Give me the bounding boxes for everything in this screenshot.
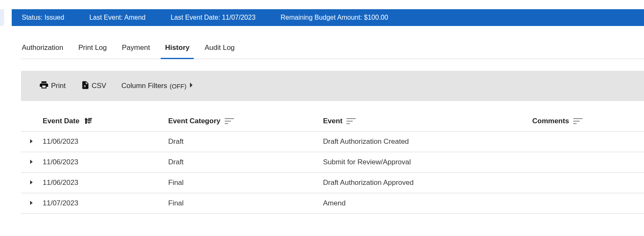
column-filters-toggle[interactable]: Column Filters (OFF)	[121, 82, 193, 90]
svg-rect-2	[88, 118, 92, 119]
cell-event: Submit for Review/Approval	[323, 152, 532, 173]
svg-marker-16	[30, 180, 33, 184]
table-header-row: Event Date Event Category	[21, 111, 644, 132]
svg-rect-5	[225, 118, 234, 119]
print-label: Print	[51, 82, 66, 90]
column-header-event[interactable]: Event	[323, 111, 532, 132]
column-header-event-category-label: Event Category	[168, 117, 221, 125]
toolbar: Print X CSV Column Filters (OFF)	[21, 71, 644, 101]
csv-button[interactable]: X CSV	[81, 80, 106, 92]
row-expander[interactable]	[29, 200, 33, 205]
cell-event-category: Final	[168, 193, 323, 214]
cell-event-category: Draft	[168, 132, 323, 152]
remaining-budget-value: $100.00	[364, 14, 388, 21]
column-header-event-label: Event	[323, 117, 342, 125]
svg-rect-10	[346, 123, 350, 124]
print-icon	[38, 80, 49, 92]
svg-rect-6	[225, 121, 231, 122]
table-row: 11/06/2023 Final Draft Authorization App…	[21, 173, 644, 193]
tab-print-log[interactable]: Print Log	[77, 39, 108, 59]
status-label: Status:	[22, 14, 43, 21]
column-header-event-date[interactable]: Event Date	[43, 111, 168, 132]
last-event-value: Amend	[124, 14, 146, 21]
cell-event-date: 11/06/2023	[43, 132, 168, 152]
cell-event: Amend	[323, 193, 532, 214]
column-header-event-category[interactable]: Event Category	[168, 111, 323, 132]
row-expander[interactable]	[29, 159, 33, 164]
chevron-right-icon	[189, 82, 193, 90]
tab-authorization[interactable]: Authorization	[21, 39, 64, 59]
cell-event-date: 11/07/2023	[43, 193, 168, 214]
cell-event-date: 11/06/2023	[43, 173, 168, 193]
column-header-event-date-label: Event Date	[43, 117, 80, 125]
cell-event: Draft Authorization Created	[323, 132, 532, 152]
table-row: 11/06/2023 Draft Submit for Review/Appro…	[21, 152, 644, 173]
row-expander[interactable]	[29, 180, 33, 185]
tab-audit-log[interactable]: Audit Log	[204, 39, 236, 59]
last-event-date-field: Last Event Date: 11/07/2023	[171, 14, 256, 21]
svg-rect-9	[346, 121, 353, 122]
column-header-comments[interactable]: Comments	[532, 111, 644, 132]
cell-comments	[532, 152, 644, 173]
expander-column-header	[21, 111, 43, 132]
tab-bar: Authorization Print Log Payment History …	[21, 39, 644, 59]
print-button[interactable]: Print	[38, 80, 66, 92]
cell-comments	[532, 173, 644, 193]
sort-icon[interactable]	[346, 118, 356, 124]
table-body: 11/06/2023 Draft Draft Authorization Cre…	[21, 132, 644, 214]
status-field: Status: Issued	[22, 14, 64, 21]
cell-comments	[532, 193, 644, 214]
table-row: 11/06/2023 Draft Draft Authorization Cre…	[21, 132, 644, 152]
svg-rect-12	[573, 121, 580, 122]
sort-ascending-icon[interactable]	[84, 117, 93, 125]
history-table: Event Date Event Category	[21, 111, 644, 214]
column-filters-label: Column Filters	[121, 82, 167, 90]
cell-comments	[532, 132, 644, 152]
cell-event-category: Final	[168, 173, 323, 193]
status-value: Issued	[44, 14, 64, 21]
svg-rect-3	[88, 120, 91, 121]
tab-payment[interactable]: Payment	[121, 39, 151, 59]
svg-rect-8	[346, 118, 356, 119]
svg-marker-17	[30, 201, 33, 205]
column-header-comments-label: Comments	[532, 117, 569, 125]
cell-event: Draft Authorization Approved	[323, 173, 532, 193]
svg-marker-15	[30, 160, 33, 164]
cell-event-date: 11/06/2023	[43, 152, 168, 173]
sort-icon[interactable]	[225, 118, 234, 124]
csv-label: CSV	[92, 82, 106, 90]
last-event-date-label: Last Event Date:	[171, 14, 220, 21]
svg-marker-1	[190, 83, 192, 88]
svg-rect-4	[88, 123, 90, 124]
tab-history[interactable]: History	[164, 39, 190, 59]
svg-marker-14	[30, 139, 33, 143]
svg-rect-11	[573, 118, 582, 119]
row-expander[interactable]	[29, 139, 33, 144]
left-edge-decoration	[0, 9, 4, 26]
last-event-field: Last Event: Amend	[89, 14, 145, 21]
svg-rect-13	[573, 123, 577, 124]
svg-text:X: X	[84, 84, 86, 88]
svg-rect-7	[225, 123, 228, 124]
remaining-budget-field: Remaining Budget Amount: $100.00	[281, 14, 388, 21]
table-row: 11/07/2023 Final Amend	[21, 193, 644, 214]
column-filters-state: (OFF)	[170, 83, 187, 90]
status-bar: Status: Issued Last Event: Amend Last Ev…	[12, 9, 644, 26]
remaining-budget-label: Remaining Budget Amount:	[281, 14, 362, 21]
file-export-icon: X	[81, 80, 90, 92]
last-event-label: Last Event:	[89, 14, 123, 21]
sort-icon[interactable]	[573, 118, 582, 124]
last-event-date-value: 11/07/2023	[222, 14, 255, 21]
cell-event-category: Draft	[168, 152, 323, 173]
